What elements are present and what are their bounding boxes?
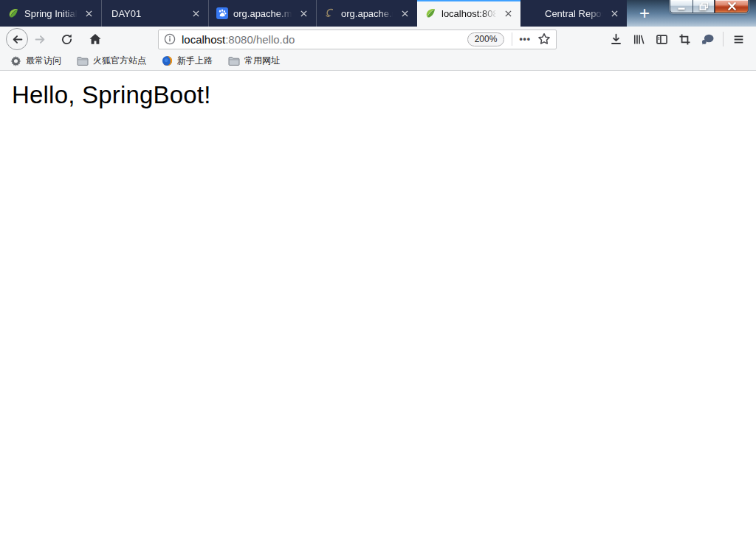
folder-icon	[228, 56, 240, 66]
tab-close-icon[interactable]	[189, 7, 202, 20]
chat-bubbles-icon[interactable]	[696, 29, 719, 49]
bookmark-label: 常用网址	[244, 55, 280, 67]
window-controls	[670, 0, 749, 13]
gear-icon	[10, 55, 21, 66]
bookmark-label: 火狐官方站点	[93, 55, 146, 67]
tab-title: org.apache.ma	[233, 8, 293, 19]
tab-central-repository[interactable]: Central Repos	[520, 0, 627, 27]
tab-title: Spring Initializ	[24, 8, 78, 19]
spring-leaf-icon	[7, 7, 19, 19]
page-actions-icon[interactable]: •••	[519, 34, 531, 44]
tab-spring-initializr[interactable]: Spring Initializ	[0, 0, 101, 27]
new-tab-button[interactable]: +	[633, 2, 656, 24]
close-button[interactable]	[715, 0, 749, 13]
url-text: localhost:8080/hello.do	[182, 33, 295, 46]
tab-title: DAY01	[111, 8, 185, 19]
tab-org-apache-maven-2[interactable]: org.apache.ma	[316, 0, 417, 27]
maven-icon	[324, 7, 336, 19]
url-host: localhost	[182, 33, 225, 46]
spring-leaf-icon	[425, 7, 436, 19]
bookmarks-bar: 最常访问 火狐官方站点 新手上路 常用网址	[0, 52, 756, 71]
bookmark-star-icon[interactable]	[537, 32, 551, 46]
bookmark-folder-common-sites[interactable]: 常用网址	[228, 55, 280, 67]
forward-button[interactable]	[31, 29, 49, 49]
tab-org-apache-maven-1[interactable]: org.apache.ma	[208, 0, 316, 27]
library-icon[interactable]	[628, 29, 650, 49]
page-heading: Hello, SpringBoot!	[12, 81, 756, 109]
titlebar-drag-area	[656, 0, 670, 27]
tab-close-icon[interactable]	[608, 7, 621, 20]
tab-close-icon[interactable]	[82, 7, 95, 20]
restore-button[interactable]	[693, 0, 715, 13]
reload-button[interactable]	[57, 29, 76, 49]
menu-hamburger-icon[interactable]	[727, 29, 750, 49]
firefox-icon	[162, 55, 173, 66]
bookmark-label: 新手上路	[177, 55, 213, 67]
tab-title: org.apache.ma	[341, 8, 394, 19]
downloads-icon[interactable]	[605, 29, 628, 49]
urlbar-separator	[512, 32, 512, 46]
folder-icon	[77, 56, 89, 66]
tab-localhost-8080-active[interactable]: localhost:8080	[417, 0, 520, 27]
url-path: :8080/hello.do	[225, 33, 295, 46]
tab-close-icon[interactable]	[398, 7, 411, 20]
tab-title: localhost:8080	[441, 8, 498, 19]
minimize-button[interactable]	[670, 0, 693, 13]
tab-bar: Spring Initializ DAY01 org.apache.ma	[0, 0, 756, 27]
back-button[interactable]	[6, 28, 28, 50]
browser-window: Spring Initializ DAY01 org.apache.ma	[0, 0, 756, 537]
tab-close-icon[interactable]	[501, 7, 515, 20]
toolbar-separator	[723, 32, 724, 46]
baidu-icon	[216, 7, 228, 19]
navigation-toolbar: localhost:8080/hello.do 200% •••	[0, 27, 756, 52]
tab-day01[interactable]: DAY01	[101, 0, 208, 27]
page-content: Hello, SpringBoot!	[0, 71, 756, 537]
zoom-level-badge[interactable]: 200%	[467, 32, 505, 46]
page-info-icon[interactable]	[164, 33, 176, 45]
home-button[interactable]	[86, 29, 105, 49]
screenshot-icon[interactable]	[673, 29, 696, 49]
url-bar[interactable]: localhost:8080/hello.do 200% •••	[158, 30, 557, 49]
toolbar-icons	[605, 29, 750, 49]
sidebars-icon[interactable]	[650, 29, 673, 49]
bookmark-getting-started[interactable]: 新手上路	[162, 55, 213, 67]
tab-close-icon[interactable]	[297, 7, 310, 20]
bookmark-label: 最常访问	[26, 55, 61, 67]
bookmark-most-visited[interactable]: 最常访问	[10, 55, 61, 67]
bookmark-folder-firefox-official[interactable]: 火狐官方站点	[77, 55, 146, 67]
tab-title: Central Repos	[545, 8, 604, 19]
